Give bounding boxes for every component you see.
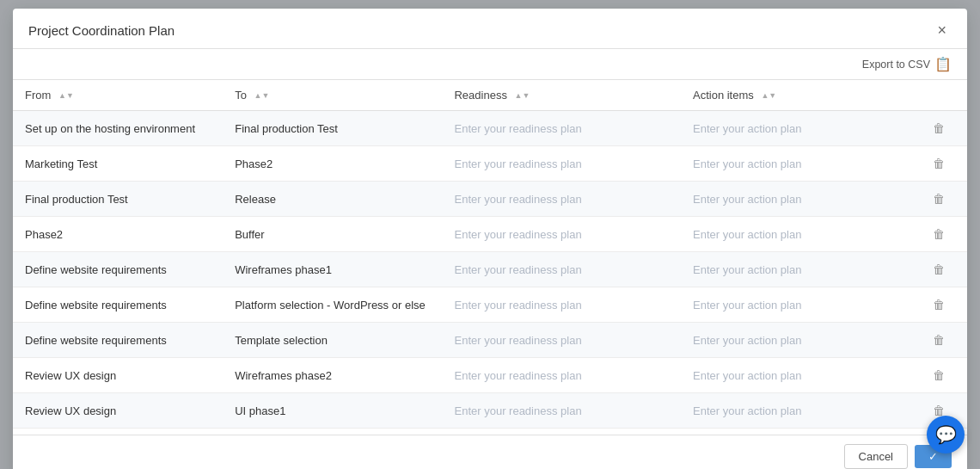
col-header-to[interactable]: To ▲▼ (223, 80, 442, 111)
table-row: Define website requirementsPlatform sele… (13, 287, 967, 323)
project-coordination-modal: Project Coordination Plan × Export to CS… (13, 9, 967, 469)
table-header-row: From ▲▼ To ▲▼ Readiness ▲▼ Action item (13, 80, 967, 111)
cell-from: Marketing Test (13, 146, 223, 182)
delete-row-button[interactable]: 🗑 (928, 296, 950, 313)
sort-icon-readiness: ▲▼ (515, 92, 530, 100)
table-row: Wireframes phase1Review UX designEnter y… (13, 429, 967, 435)
delete-row-button[interactable]: 🗑 (928, 190, 950, 207)
cell-readiness[interactable]: Enter your readiness plan (442, 217, 681, 252)
chat-icon: 💬 (935, 424, 957, 445)
cell-delete: 🗑 (910, 358, 967, 393)
cell-action-items[interactable]: Enter your action plan (681, 252, 910, 287)
cell-action-items[interactable]: Enter your action plan (681, 323, 910, 358)
coordination-table: From ▲▼ To ▲▼ Readiness ▲▼ Action item (13, 80, 967, 435)
cell-action-items[interactable]: Enter your action plan (681, 182, 910, 217)
export-label: Export to CSV (862, 59, 930, 71)
cell-delete: 🗑 (910, 146, 967, 182)
cancel-button[interactable]: Cancel (844, 444, 908, 469)
cell-from: Phase2 (13, 217, 223, 252)
close-button[interactable]: × (932, 21, 952, 40)
cell-to: Wireframes phase1 (223, 252, 442, 287)
cell-to: Template selection (223, 323, 442, 358)
cell-to: Release (223, 182, 442, 217)
toolbar: Export to CSV 📋 (13, 49, 967, 79)
col-header-delete (910, 80, 967, 111)
table-row: Marketing TestPhase2Enter your readiness… (13, 146, 967, 182)
save-icon: ✓ (928, 450, 938, 463)
table-row: Review UX designWireframes phase2Enter y… (13, 358, 967, 393)
cell-from: Review UX design (13, 393, 223, 429)
table-row: Phase2BufferEnter your readiness planEnt… (13, 217, 967, 252)
cell-readiness[interactable]: Enter your readiness plan (442, 182, 681, 217)
delete-row-button[interactable]: 🗑 (928, 155, 950, 172)
cell-to: Wireframes phase2 (223, 358, 442, 393)
cell-delete: 🗑 (910, 182, 967, 217)
cell-to: Platform selection - WordPress or else (223, 287, 442, 323)
table-row: Review UX designUI phase1Enter your read… (13, 393, 967, 429)
cell-to: Review UX design (223, 429, 442, 435)
cell-from: Define website requirements (13, 252, 223, 287)
table-row: Define website requirementsTemplate sele… (13, 323, 967, 358)
cell-action-items[interactable]: Enter your action plan (681, 287, 910, 323)
cell-action-items[interactable]: Enter your action plan (681, 393, 910, 429)
cell-action-items[interactable]: Enter your action plan (681, 429, 910, 435)
cell-delete: 🗑 (910, 323, 967, 358)
csv-icon: 📋 (934, 56, 952, 72)
cell-from: Review UX design (13, 358, 223, 393)
cell-readiness[interactable]: Enter your readiness plan (442, 358, 681, 393)
cell-from: Final production Test (13, 182, 223, 217)
cell-delete: 🗑 (910, 111, 967, 146)
cell-readiness[interactable]: Enter your readiness plan (442, 323, 681, 358)
modal-header: Project Coordination Plan × (13, 9, 967, 49)
modal-title: Project Coordination Plan (28, 23, 175, 38)
delete-row-button[interactable]: 🗑 (928, 261, 950, 278)
delete-row-button[interactable]: 🗑 (928, 367, 950, 384)
cell-to: UI phase1 (223, 393, 442, 429)
table-row: Define website requirementsWireframes ph… (13, 252, 967, 287)
cell-readiness[interactable]: Enter your readiness plan (442, 111, 681, 146)
cell-from: Define website requirements (13, 287, 223, 323)
cell-readiness[interactable]: Enter your readiness plan (442, 146, 681, 182)
cell-readiness[interactable]: Enter your readiness plan (442, 252, 681, 287)
cell-to: Final production Test (223, 111, 442, 146)
sort-icon-to: ▲▼ (254, 92, 270, 100)
sort-icon-from: ▲▼ (58, 92, 74, 100)
col-header-readiness[interactable]: Readiness ▲▼ (442, 80, 681, 111)
col-header-from[interactable]: From ▲▼ (13, 80, 223, 111)
delete-row-button[interactable]: 🗑 (928, 120, 950, 137)
cell-action-items[interactable]: Enter your action plan (681, 217, 910, 252)
cell-to: Buffer (223, 217, 442, 252)
cell-action-items[interactable]: Enter your action plan (681, 358, 910, 393)
sort-icon-action-items: ▲▼ (761, 92, 776, 100)
table-row: Set up on the hosting environmentFinal p… (13, 111, 967, 146)
col-header-action-items[interactable]: Action items ▲▼ (681, 80, 910, 111)
modal-footer: Cancel ✓ (13, 435, 967, 469)
cell-readiness[interactable]: Enter your readiness plan (442, 287, 681, 323)
cell-delete: 🗑 (910, 217, 967, 252)
cell-to: Phase2 (223, 146, 442, 182)
cell-delete: 🗑 (910, 252, 967, 287)
table-wrapper: From ▲▼ To ▲▼ Readiness ▲▼ Action item (13, 79, 967, 435)
table-row: Final production TestReleaseEnter your r… (13, 182, 967, 217)
cell-delete: 🗑 (910, 287, 967, 323)
cell-action-items[interactable]: Enter your action plan (681, 146, 910, 182)
cell-from: Wireframes phase1 (13, 429, 223, 435)
export-csv-button[interactable]: Export to CSV 📋 (862, 56, 952, 72)
cell-readiness[interactable]: Enter your readiness plan (442, 393, 681, 429)
modal-overlay: Project Coordination Plan × Export to CS… (0, 0, 980, 469)
delete-row-button[interactable]: 🗑 (928, 225, 950, 243)
cell-from: Define website requirements (13, 323, 223, 358)
delete-row-button[interactable]: 🗑 (928, 331, 950, 349)
chat-bubble-button[interactable]: 💬 (927, 416, 965, 454)
cell-action-items[interactable]: Enter your action plan (681, 111, 910, 146)
cell-from: Set up on the hosting environment (13, 111, 223, 146)
cell-readiness[interactable]: Enter your readiness plan (442, 429, 681, 435)
